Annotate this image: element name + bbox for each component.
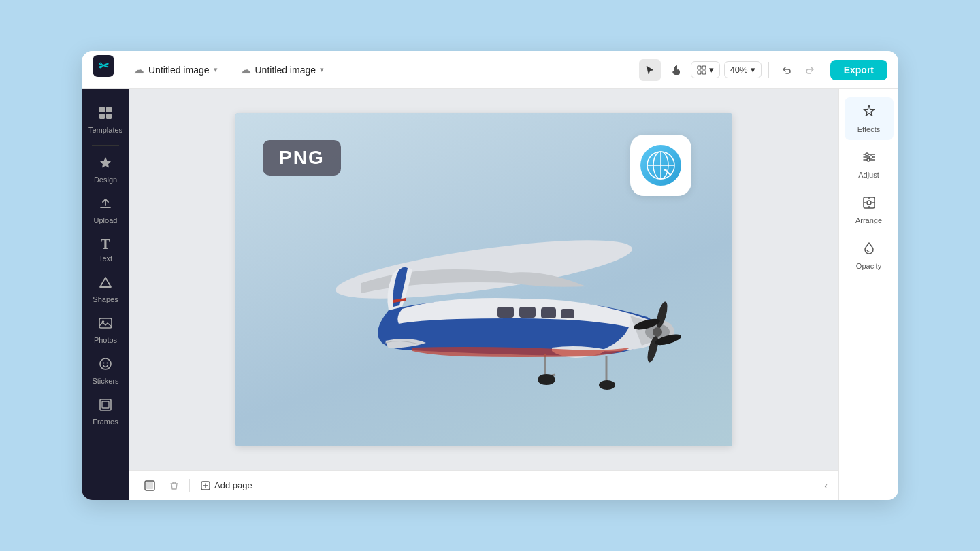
header-right: ▾ 40% ▾ (639, 59, 887, 81)
right-panel-arrange[interactable]: Arrange (845, 188, 894, 231)
sidebar-item-templates[interactable]: Templates (84, 100, 127, 139)
design-label: Design (94, 176, 117, 184)
photos-label: Photos (94, 336, 117, 344)
photos-icon (98, 316, 113, 334)
undo-redo-group (776, 59, 821, 81)
stickers-icon (98, 356, 113, 375)
svg-rect-4 (99, 107, 105, 112)
sidebar-item-shapes[interactable]: Shapes (84, 269, 127, 309)
shapes-label: Shapes (93, 295, 118, 303)
select-tool-button[interactable] (639, 59, 661, 81)
svg-point-45 (867, 158, 870, 161)
effects-label: Effects (858, 125, 880, 133)
add-page-label: Add page (214, 480, 252, 490)
right-panel: Effects Adjust (838, 89, 898, 500)
header: ✂ ☁ Untitled image ▾ ☁ Untitled image ▾ (82, 51, 898, 89)
png-badge: PNG (263, 140, 341, 176)
opacity-label: Opacity (856, 262, 881, 270)
bottom-chevron[interactable]: ‹ (824, 480, 828, 491)
svg-rect-5 (106, 107, 112, 112)
svg-point-36 (538, 374, 555, 385)
svg-rect-38 (146, 482, 153, 489)
sidebar-item-upload[interactable]: Upload (84, 190, 127, 230)
hand-tool-button[interactable] (665, 59, 687, 81)
adjust-label: Adjust (858, 171, 879, 179)
zoom-level: 40% (730, 65, 748, 75)
frames-label: Frames (93, 418, 118, 426)
templates-label: Templates (88, 126, 122, 134)
canvas-area: PNG (129, 89, 838, 500)
header-separator (768, 62, 769, 78)
zoom-chevron: ▾ (751, 65, 755, 75)
file2-title-group[interactable]: ☁ Untitled image ▾ (240, 63, 325, 76)
adjust-icon (862, 150, 877, 168)
svg-point-11 (103, 363, 105, 364)
svg-point-10 (100, 358, 111, 369)
svg-rect-1 (702, 66, 706, 69)
file2-title: Untitled image (255, 65, 316, 76)
header-divider-1 (229, 62, 229, 78)
main-body: Templates Design Upload (82, 89, 898, 500)
svg-rect-2 (698, 71, 701, 74)
svg-rect-20 (497, 307, 514, 318)
stickers-label: Stickers (92, 377, 118, 385)
logo-icon: ✂ (99, 59, 109, 73)
sidebar: Templates Design Upload (82, 89, 129, 500)
svg-rect-21 (519, 307, 536, 318)
sidebar-item-frames[interactable]: Frames (84, 392, 127, 431)
cloud-icon-1: ☁ (133, 63, 144, 76)
svg-rect-8 (99, 318, 112, 328)
arrange-label: Arrange (855, 216, 882, 224)
upload-icon (98, 196, 113, 214)
app-logo[interactable]: ✂ (93, 55, 114, 77)
svg-rect-0 (698, 66, 701, 69)
file1-title-group[interactable]: ☁ Untitled image ▾ (133, 63, 218, 76)
app-window: ✂ ☁ Untitled image ▾ ☁ Untitled image ▾ (82, 51, 898, 500)
design-icon (98, 155, 113, 173)
frames-icon (98, 397, 113, 416)
text-icon: T (101, 237, 110, 252)
thumbnail-button[interactable] (140, 476, 159, 495)
zoom-control[interactable]: 40% ▾ (724, 61, 762, 78)
undo-button[interactable] (776, 59, 798, 81)
layout-chevron: ▾ (709, 65, 714, 75)
shapes-icon (98, 275, 113, 293)
globe-badge (630, 135, 691, 196)
sidebar-item-stickers[interactable]: Stickers (84, 351, 127, 390)
canvas-wrapper: PNG (235, 113, 732, 446)
file2-chevron: ▾ (320, 65, 324, 74)
redo-button[interactable] (799, 59, 821, 81)
svg-point-47 (867, 201, 871, 205)
bottom-bar: Add page ‹ (129, 470, 838, 500)
svg-rect-23 (561, 309, 574, 318)
sidebar-item-text[interactable]: T Text (84, 231, 127, 268)
svg-rect-14 (102, 401, 109, 408)
right-panel-effects[interactable]: Effects (845, 97, 894, 140)
right-panel-opacity[interactable]: Opacity (845, 234, 894, 277)
svg-point-43 (866, 153, 868, 156)
svg-rect-6 (99, 114, 105, 119)
text-label: Text (99, 254, 112, 263)
layout-button[interactable]: ▾ (691, 61, 720, 78)
cloud-icon-2: ☁ (240, 63, 251, 76)
canvas-scroll[interactable]: PNG (129, 89, 838, 470)
right-panel-adjust[interactable]: Adjust (845, 143, 894, 186)
sidebar-item-design[interactable]: Design (84, 150, 127, 189)
file1-title: Untitled image (148, 65, 210, 76)
sidebar-item-photos[interactable]: Photos (84, 310, 127, 350)
effects-icon (862, 104, 877, 122)
svg-rect-7 (106, 114, 112, 119)
svg-rect-22 (541, 307, 556, 318)
export-button[interactable]: Export (830, 60, 887, 80)
templates-icon (98, 105, 113, 124)
add-page-button[interactable]: Add page (195, 478, 258, 493)
svg-rect-3 (702, 71, 706, 74)
arrange-icon (862, 195, 877, 214)
svg-point-44 (870, 156, 872, 158)
upload-label: Upload (94, 216, 118, 224)
file1-chevron: ▾ (214, 65, 218, 74)
bottom-divider (189, 479, 190, 492)
svg-point-30 (653, 327, 662, 337)
delete-button[interactable] (165, 476, 184, 495)
svg-point-12 (107, 363, 108, 364)
